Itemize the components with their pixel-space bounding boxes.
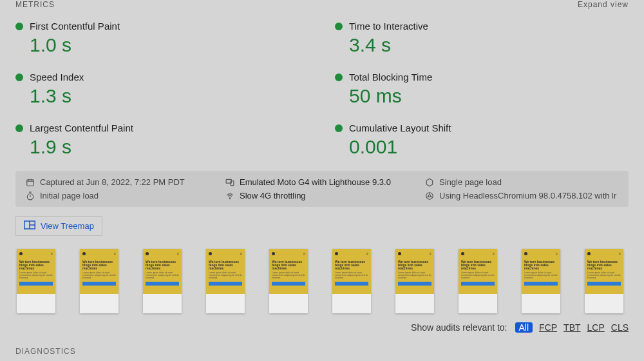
- filmstrip-frame[interactable]: ≡We turn businesses blogs into sales mac…: [269, 249, 308, 313]
- status-dot-icon: [335, 23, 343, 30]
- metric-fcp: First Contentful Paint 1.0 s: [15, 14, 309, 65]
- treemap-icon: [24, 220, 35, 231]
- metric-lcp: Largest Contentful Paint 1.9 s: [15, 116, 309, 167]
- env-device: Emulated Moto G4 with Lighthouse 9.3.0: [225, 177, 419, 187]
- treemap-label: View Treemap: [41, 221, 94, 231]
- metric-value: 50 ms: [349, 85, 629, 107]
- chrome-icon: [425, 191, 434, 200]
- metrics-grid: First Contentful Paint 1.0 s Time to Int…: [15, 14, 629, 167]
- audit-filter-label: Show audits relevant to:: [411, 322, 507, 333]
- metric-name: First Contentful Paint: [30, 21, 120, 32]
- metric-cls: Cumulative Layout Shift 0.001: [335, 116, 629, 167]
- audit-filter-bar: Show audits relevant to: All FCP TBT LCP…: [15, 322, 629, 333]
- metric-value: 1.3 s: [30, 85, 309, 107]
- view-treemap-button[interactable]: View Treemap: [15, 216, 102, 236]
- metric-name: Largest Contentful Paint: [30, 122, 133, 133]
- filter-chip-fcp[interactable]: FCP: [539, 322, 557, 333]
- filter-chip-tbt[interactable]: TBT: [564, 322, 580, 333]
- filmstrip-frame[interactable]: ≡ We turn businesses blogs into sales ma…: [17, 249, 55, 313]
- metrics-section-header: METRICS Expand view: [15, 0, 629, 14]
- env-captured: Captured at Jun 8, 2022, 7:22 PM PDT: [26, 177, 219, 187]
- status-dot-icon: [15, 73, 23, 81]
- metrics-title: METRICS: [15, 0, 55, 9]
- metric-value: 1.9 s: [30, 136, 309, 158]
- filmstrip-frame[interactable]: ≡We turn businesses blogs into sales mac…: [522, 249, 560, 313]
- status-dot-icon: [335, 124, 343, 132]
- environment-bar: Captured at Jun 8, 2022, 7:22 PM PDT Emu…: [15, 171, 629, 207]
- filmstrip-frame[interactable]: ≡We turn businesses blogs into sales mac…: [80, 249, 118, 313]
- wifi-icon: [225, 191, 234, 200]
- metric-value: 1.0 s: [30, 34, 309, 56]
- expand-view-link[interactable]: Expand view: [578, 0, 629, 9]
- hexagon-icon: [425, 178, 434, 187]
- svg-point-3: [27, 193, 33, 199]
- frame-title: We turn businesses blogs into sales mach…: [19, 260, 53, 270]
- env-text: Emulated Moto G4 with Lighthouse 9.3.0: [240, 177, 391, 187]
- svg-point-4: [229, 198, 230, 199]
- env-browser: Using HeadlessChromium 98.0.4758.102 wit…: [425, 191, 618, 200]
- filmstrip-frame[interactable]: ≡We turn businesses blogs into sales mac…: [143, 249, 182, 313]
- stopwatch-icon: [26, 191, 35, 200]
- env-throttle: Slow 4G throttling: [225, 191, 419, 200]
- env-text: Using HeadlessChromium 98.0.4758.102 wit…: [439, 191, 616, 200]
- svg-point-6: [428, 195, 431, 197]
- metric-name: Time to Interactive: [349, 21, 428, 32]
- filmstrip-frame[interactable]: ≡We turn businesses blogs into sales mac…: [206, 249, 245, 313]
- status-dot-icon: [15, 124, 23, 132]
- metric-name: Speed Index: [30, 72, 84, 83]
- metric-tbt: Total Blocking Time 50 ms: [335, 65, 629, 116]
- metric-value: 0.001: [349, 136, 629, 158]
- env-pageload: Single page load: [425, 177, 618, 187]
- env-text: Captured at Jun 8, 2022, 7:22 PM PDT: [40, 177, 185, 187]
- filmstrip-frame[interactable]: ≡We turn businesses blogs into sales mac…: [459, 249, 497, 313]
- filmstrip-frame[interactable]: ≡We turn businesses blogs into sales mac…: [332, 249, 371, 313]
- metric-name: Total Blocking Time: [349, 72, 432, 83]
- metric-si: Speed Index 1.3 s: [15, 65, 309, 116]
- status-dot-icon: [335, 73, 343, 81]
- frame-sub: Lorem ipsum dolor sit amet consectetur a…: [19, 271, 53, 279]
- filmstrip-frame[interactable]: ≡We turn businesses blogs into sales mac…: [395, 249, 434, 313]
- metric-tti: Time to Interactive 3.4 s: [335, 14, 629, 65]
- status-dot-icon: [15, 23, 23, 30]
- filter-chip-cls[interactable]: CLS: [611, 322, 629, 333]
- diagnostics-header: DIAGNOSTICS: [15, 347, 629, 356]
- env-initial: Initial page load: [26, 191, 219, 200]
- devices-icon: [225, 178, 234, 187]
- metric-value: 3.4 s: [349, 34, 629, 56]
- env-text: Single page load: [439, 177, 502, 187]
- env-text: Initial page load: [40, 191, 99, 200]
- filmstrip-frame[interactable]: ≡We turn businesses blogs into sales mac…: [585, 249, 623, 313]
- calendar-icon: [26, 178, 35, 187]
- env-text: Slow 4G throttling: [240, 191, 306, 200]
- filter-chip-lcp[interactable]: LCP: [587, 322, 605, 333]
- metric-name: Cumulative Layout Shift: [349, 122, 451, 133]
- svg-rect-0: [27, 179, 34, 185]
- filmstrip: ≡ We turn businesses blogs into sales ma…: [15, 249, 629, 313]
- filter-chip-all[interactable]: All: [515, 322, 533, 333]
